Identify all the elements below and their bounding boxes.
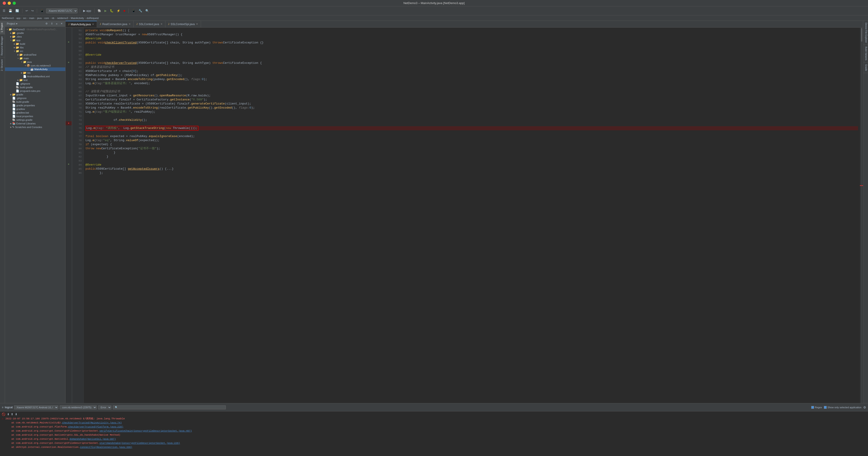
save-btn[interactable]: 💾	[8, 8, 13, 13]
tree-item-main[interactable]: ▾ 📁 main	[5, 57, 65, 60]
breadcrumb-main[interactable]: main	[29, 17, 35, 20]
vtab-resource-manager[interactable]: Resource Manager	[0, 34, 5, 57]
sdk-btn[interactable]: 🔧	[138, 8, 143, 13]
tree-item-mainactivity[interactable]: ☕ MainActivity	[5, 67, 65, 71]
undo-btn[interactable]: ↩	[25, 8, 29, 13]
tree-item-androidmanifest[interactable]: 📄 AndroidManifest.xml	[5, 75, 65, 78]
tree-item-external-libs[interactable]: ▶ 📚 External Libraries	[5, 122, 65, 125]
breadcrumb-netdemo3[interactable]: NetDemo3	[2, 17, 14, 20]
tree-item-gitignore-app[interactable]: 📄 .gitignore	[5, 82, 65, 85]
debug-btn[interactable]: 🐛	[109, 8, 114, 13]
log-link-2[interactable]: checkServerTrusted(Platform.java:228)	[68, 425, 123, 428]
tree-item-java[interactable]: ▾ 📁 java	[5, 60, 65, 64]
tree-item-src[interactable]: ▾ 📁 src	[5, 49, 65, 53]
logcat-up-btn[interactable]: ⬆	[11, 412, 13, 416]
tab-mainactivity[interactable]: J MainActivity.java ✕	[66, 21, 97, 27]
logcat-clear-btn[interactable]: 🚫	[2, 412, 5, 416]
breadcrumb-app[interactable]: app	[16, 17, 20, 20]
toolbar-menu-btn[interactable]: ☰	[2, 8, 6, 13]
tree-item-gradle[interactable]: ▶ 📂 gradle	[5, 93, 65, 96]
tab-close-sslcontext[interactable]: ✕	[160, 23, 162, 26]
maximize-button[interactable]	[13, 2, 16, 5]
tree-item-gradle-properties[interactable]: 📄 gradle.properties	[5, 104, 65, 107]
tree-item-proguard[interactable]: 📄 proguard-rules.pro	[5, 89, 65, 93]
redo-btn[interactable]: ↪	[30, 8, 35, 13]
logcat-settings-btn[interactable]: ⚙	[863, 405, 866, 409]
run-btn[interactable]: ▶	[103, 8, 107, 13]
code-line-59: public void checkServerTrusted(X509Certi…	[86, 61, 858, 65]
avd-btn[interactable]: 📱	[131, 8, 136, 13]
tree-item-app[interactable]: ▾ 📁 app	[5, 38, 65, 42]
tab-close-sslcontextspi[interactable]: ✕	[196, 23, 198, 26]
breadcrumb-netdemo3-pkg[interactable]: netdemo3	[57, 17, 68, 20]
tree-item-local-props[interactable]: 📄 local.properties	[5, 114, 65, 118]
code-line-75: Log.e(tag: "调用栈", Log.getStackTraceStrin…	[86, 126, 858, 130]
search-everywhere-btn[interactable]: 🔍	[145, 8, 150, 13]
sync-btn[interactable]: 🔄	[14, 8, 20, 13]
project-close-btn[interactable]: ✕	[60, 22, 64, 26]
tree-item-gitignore-root[interactable]: 📄 .gitignore	[5, 96, 65, 100]
breakpoint-75[interactable]: ●	[68, 122, 69, 125]
tree-item-scratches[interactable]: ▶ ✎ Scratches and Consoles	[5, 125, 65, 129]
log-link-1[interactable]: checkServerTrusted(MainActivity.java:74)	[62, 421, 122, 424]
vtab-build-variants[interactable]: Build Variants	[863, 45, 868, 62]
profile-btn[interactable]: ⚡	[116, 8, 121, 13]
vtab-project[interactable]: 1: Project	[0, 21, 5, 34]
tree-item-settings-gradle[interactable]: 🐘 settings.gradle	[5, 118, 65, 122]
log-link-6[interactable]: startHandshake(ConscryptFileDescriptorSo…	[99, 442, 180, 445]
show-selected-checkbox[interactable]	[824, 406, 827, 409]
breadcrumb-src[interactable]: src	[23, 17, 26, 20]
logcat-down-btn[interactable]: ⬇	[15, 412, 18, 416]
log-link-3[interactable]: verifyCertificateChain(ConscryptFileDesc…	[99, 430, 192, 432]
project-collapse-btn[interactable]: ⇕	[50, 22, 54, 26]
logcat-level-select[interactable]: Error	[98, 405, 112, 409]
tree-item-gradlew-bat[interactable]: 📄 gradlew.bat	[5, 111, 65, 114]
breadcrumb-com[interactable]: com	[44, 17, 49, 20]
tree-item-res[interactable]: ▶ 📂 res	[5, 71, 65, 75]
vtab-gradle[interactable]: Gradle	[863, 62, 868, 73]
tree-item-package[interactable]: ▾ 📦 com.nb.netdemo3	[5, 64, 65, 67]
tree-item-androidtest[interactable]: ▶ 📂 androidTest	[5, 53, 65, 57]
logcat-device-select[interactable]: Xiaomi M2007J17C Android 10, /	[14, 405, 58, 409]
tab-realconnection[interactable]: J RealConnection.java ✕	[97, 21, 133, 27]
tree-item-gradlew[interactable]: 📄 gradlew	[5, 107, 65, 111]
tree-item-gradle-hidden[interactable]: ▶ 📂 .gradle	[5, 31, 65, 35]
tree-item-build-gradle[interactable]: 🐘 build.gradle	[5, 85, 65, 89]
logcat-scroll-btn[interactable]: ⬇	[7, 412, 9, 416]
editor-scrollbar[interactable]	[860, 28, 863, 403]
minimize-button[interactable]	[8, 2, 11, 5]
breadcrumb-dorequest[interactable]: doRequest	[87, 17, 98, 20]
tree-item-netdemo3[interactable]: ▾ 📁 NetDemo3 ~/AndroidStudioProjects/Net…	[5, 28, 65, 31]
log-link-7[interactable]: connectTls(RealConnection.java:336)	[80, 446, 132, 449]
project-gear-btn[interactable]: ≡	[55, 22, 58, 26]
breadcrumb-nb[interactable]: nb	[52, 17, 54, 20]
project-settings-btn[interactable]: ⚙	[44, 22, 49, 26]
code-content[interactable]: private void doRequest() { X509TrustMana…	[84, 28, 860, 403]
scrollbar-thumb[interactable]	[861, 28, 862, 41]
tree-item-build-gradle-root[interactable]: 🐘 build.gradle	[5, 100, 65, 104]
tab-close-realconnection[interactable]: ✕	[129, 23, 131, 26]
tree-item-test[interactable]: ▶ 📂 test	[5, 78, 65, 82]
logcat-package-select[interactable]: com.nb.netdemo3 (23975)	[60, 405, 97, 409]
tree-item-libs[interactable]: ▶ 📂 libs	[5, 46, 65, 49]
breadcrumb-mainactivity[interactable]: MainActivity	[71, 17, 84, 20]
breadcrumb-java[interactable]: java	[37, 17, 41, 20]
tab-sslcontext[interactable]: J SSLContext.java ✕	[133, 21, 165, 27]
tree-item-idea[interactable]: ▶ 📂 .idea	[5, 35, 65, 38]
code-line-57: @Override	[86, 53, 858, 57]
logcat-content[interactable]: 🚫 ⬇ ⬆ ⬇ ⚠ 2022-10-07 15:58:17.186 23975-…	[0, 411, 868, 456]
vtab-structure[interactable]: 2: Structure	[0, 57, 5, 73]
gradle-sync-btn[interactable]: 🐘	[97, 8, 102, 13]
tree-item-build[interactable]: ▶ 📂 build	[5, 42, 65, 46]
close-button[interactable]	[3, 2, 6, 5]
vtab-device-file-explorer[interactable]: Device File Explorer	[863, 21, 868, 45]
build-run-config-btn[interactable]: ▶ app	[82, 8, 92, 13]
device-selector[interactable]: Xiaomi M2007J17C	[46, 8, 78, 13]
regex-checkbox[interactable]	[811, 406, 814, 409]
tab-close-mainactivity[interactable]: ✕	[92, 23, 94, 26]
logcat-search-input[interactable]	[113, 405, 226, 409]
tab-sslcontextspi[interactable]: J SSLContextSpi.java ✕	[165, 21, 201, 27]
stop-btn[interactable]: ■	[123, 8, 126, 13]
app-icon-btn[interactable]: 📱	[39, 8, 45, 13]
log-link-5[interactable]: doHandshake(NativeSsl.java:387)	[70, 438, 116, 440]
